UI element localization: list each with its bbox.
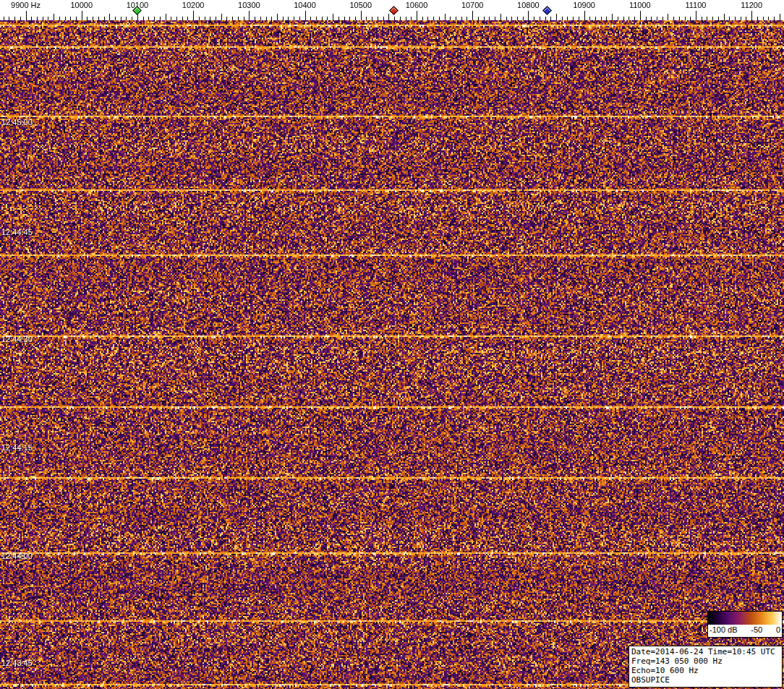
colorbar-labels: -100 dB -50 0	[708, 625, 782, 634]
intensity-colorbar: -100 dB -50 0	[707, 611, 783, 638]
freq-tick-label: 10400	[294, 1, 316, 9]
info-freq-line: Freq=143 050 000 Hz	[631, 656, 780, 666]
waterfall-display: 12:45:0012:44:4512:44:3012:44:1512:44:00…	[0, 20, 784, 689]
freq-tick-label: 10200	[182, 1, 205, 9]
freq-tick-label: 11100	[686, 1, 707, 9]
freq-tick-label: 10600	[406, 1, 428, 9]
freq-tick-label: 11200	[741, 1, 762, 9]
waterfall-spectrogram[interactable]	[0, 20, 784, 689]
time-tick-label: 12:44:15	[1, 443, 33, 452]
time-tick-label: 12:43:45	[1, 659, 33, 667]
freq-tick-label: 10900	[573, 1, 595, 9]
freq-tick-label: 11000	[629, 1, 651, 9]
freq-tick-label: 10800	[517, 1, 540, 9]
colorbar-label-mid: -50	[751, 625, 762, 634]
freq-tick-label: 9900 Hz	[11, 1, 41, 9]
info-echo-line: Echo=10 600 Hz	[631, 666, 780, 675]
colorbar-label-max: 0	[776, 625, 780, 634]
frequency-ruler[interactable]: 9900 Hz100001010010200103001040010500106…	[0, 0, 784, 20]
colorbar-gradient	[708, 612, 782, 625]
info-date-line: Date=2014-06-24 Time=10:45 UTC	[631, 647, 780, 656]
freq-tick-label: 10500	[349, 1, 372, 9]
colorbar-label-min: -100 dB	[710, 625, 738, 634]
info-panel: Date=2014-06-24 Time=10:45 UTC Freq=143 …	[629, 646, 783, 688]
time-tick-label: 12:44:00	[1, 552, 33, 560]
spectrogram-screen: 9900 Hz100001010010200103001040010500106…	[0, 0, 784, 689]
info-station-line: OBSUPICE	[631, 675, 780, 685]
time-tick-label: 12:44:45	[1, 228, 33, 236]
freq-tick-label: 10000	[70, 1, 93, 9]
freq-tick-label: 10300	[238, 1, 260, 9]
time-tick-label: 12:44:30	[1, 335, 33, 343]
freq-tick-label: 10700	[461, 1, 484, 9]
time-tick-label: 12:45:00	[1, 118, 33, 127]
